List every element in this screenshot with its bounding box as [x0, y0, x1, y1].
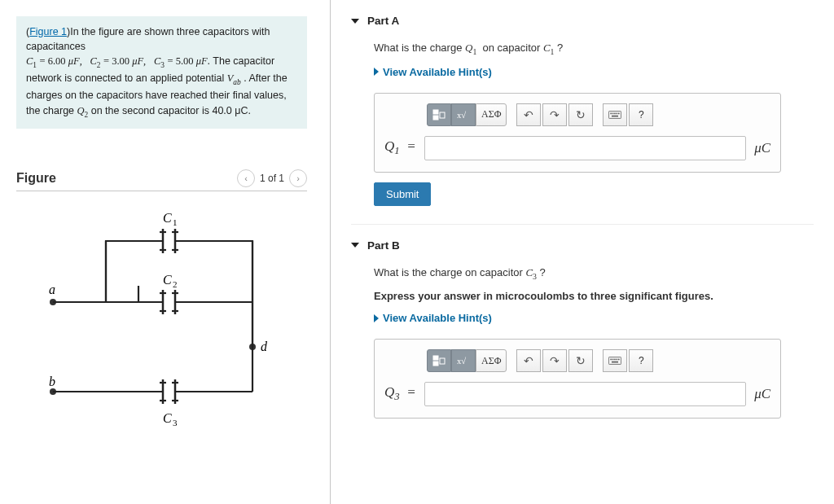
svg-text:C: C [163, 211, 172, 225]
svg-rect-58 [611, 112, 612, 114]
svg-rect-72 [617, 359, 618, 361]
svg-text:d: d [261, 340, 268, 353]
caret-right-icon [374, 68, 379, 76]
greek-button[interactable]: ΑΣΦ [476, 349, 507, 372]
svg-text:a: a [49, 283, 55, 296]
undo-button[interactable]: ↶ [516, 349, 541, 372]
part-b-question: What is the charge on capacitor C3 ? [374, 266, 814, 281]
figure-title: Figure [16, 171, 56, 186]
svg-text:3: 3 [173, 418, 178, 427]
part-a-answer-box: x√ ΑΣΦ ↶ ↷ ↻ ? Q1 = μC [374, 93, 781, 173]
part-b-hints-toggle[interactable]: View Available Hint(s) [374, 312, 814, 324]
svg-rect-66 [440, 358, 445, 364]
template-button[interactable] [427, 349, 451, 372]
svg-text:C: C [163, 411, 172, 425]
help-button[interactable]: ? [629, 349, 653, 372]
radical-exponent-button[interactable]: x√ [451, 103, 476, 126]
part-a-unit: μC [754, 140, 770, 156]
svg-text:1: 1 [173, 217, 178, 227]
caret-down-icon [351, 243, 359, 248]
svg-rect-65 [433, 362, 438, 366]
svg-text:C: C [163, 273, 172, 287]
undo-button[interactable]: ↶ [516, 103, 541, 126]
problem-statement: (Figure 1)In the figure are shown three … [16, 16, 307, 129]
part-b-label: Part B [367, 239, 400, 252]
caret-down-icon [351, 19, 359, 24]
figure-diagram: a b d C 1 C 2 C 3 [16, 191, 307, 435]
keyboard-button[interactable] [603, 349, 627, 372]
part-a-label: Part A [367, 15, 399, 27]
svg-rect-70 [612, 359, 614, 361]
answer-toolbar: x√ ΑΣΦ ↶ ↷ ↻ ? [427, 103, 770, 126]
svg-text:x√: x√ [457, 357, 466, 366]
svg-rect-74 [612, 362, 618, 363]
svg-rect-73 [618, 359, 620, 361]
part-a-submit-button[interactable]: Submit [374, 182, 431, 206]
svg-rect-69 [611, 359, 612, 361]
svg-rect-54 [433, 116, 438, 120]
svg-rect-71 [615, 359, 617, 361]
caret-right-icon [374, 314, 379, 322]
svg-rect-64 [433, 356, 438, 360]
part-b-answer-input[interactable] [424, 382, 746, 406]
reset-button[interactable]: ↻ [568, 103, 593, 126]
greek-button[interactable]: ΑΣΦ [476, 103, 507, 126]
help-button[interactable]: ? [629, 103, 653, 126]
svg-rect-62 [618, 112, 620, 114]
svg-text:b: b [49, 375, 55, 388]
svg-text:2: 2 [173, 279, 178, 289]
part-b-lhs: Q3 = [384, 384, 416, 403]
figure-pager-label: 1 of 1 [260, 173, 284, 184]
part-a-question: What is the charge Q1 on capacitor C1 ? [374, 42, 814, 56]
figure-pager: ‹ 1 of 1 › [237, 169, 307, 187]
part-a-header[interactable]: Part A [351, 15, 814, 27]
hints-label: View Available Hint(s) [383, 66, 492, 78]
redo-button[interactable]: ↷ [542, 349, 567, 372]
radical-exponent-button[interactable]: x√ [451, 349, 476, 372]
figure-next-button[interactable]: › [289, 169, 307, 187]
svg-rect-68 [609, 357, 621, 365]
part-a-hints-toggle[interactable]: View Available Hint(s) [374, 66, 814, 78]
reset-button[interactable]: ↻ [568, 349, 593, 372]
redo-button[interactable]: ↷ [542, 103, 567, 126]
svg-rect-63 [612, 115, 618, 116]
svg-rect-57 [609, 111, 621, 118]
template-button[interactable] [427, 103, 451, 126]
part-b-answer-box: x√ ΑΣΦ ↶ ↷ ↻ ? Q3 = μC [374, 339, 781, 419]
svg-rect-55 [440, 112, 445, 118]
figure-link[interactable]: Figure 1 [29, 26, 67, 37]
svg-text:x√: x√ [457, 111, 466, 120]
hints-label: View Available Hint(s) [383, 312, 492, 324]
svg-rect-59 [612, 112, 614, 114]
figure-prev-button[interactable]: ‹ [237, 169, 255, 187]
part-b-instruction: Express your answer in microcoulombs to … [374, 290, 814, 302]
answer-toolbar: x√ ΑΣΦ ↶ ↷ ↻ ? [427, 349, 770, 372]
svg-rect-60 [615, 112, 617, 114]
part-a-answer-input[interactable] [424, 136, 746, 160]
keyboard-button[interactable] [603, 103, 627, 126]
part-b-unit: μC [754, 386, 770, 402]
svg-rect-61 [617, 112, 618, 114]
part-b-header[interactable]: Part B [351, 239, 814, 252]
part-a-lhs: Q1 = [384, 138, 416, 157]
svg-rect-53 [433, 110, 438, 114]
